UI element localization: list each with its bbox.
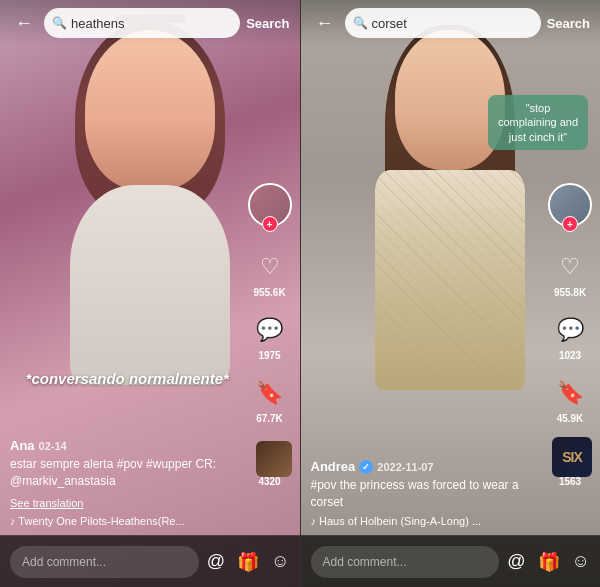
- right-username: Andrea: [311, 459, 356, 474]
- right-header: ← 🔍 corset Search: [301, 0, 601, 46]
- left-username: Ana: [10, 438, 35, 453]
- left-header: ← 🔍 heathens Search: [0, 0, 300, 46]
- right-username-row: Andrea ✓ 2022-11-07: [311, 459, 546, 474]
- left-bottom-info: Ana 02-14 estar sempre alerta #pov #wupp…: [10, 438, 245, 527]
- right-quote-bubble: "stop complaining and just cinch it": [488, 95, 588, 150]
- left-date: 02-14: [39, 440, 67, 452]
- left-music-row: ♪ Twenty One Pilots-Heathens(Re...: [10, 515, 245, 527]
- right-music-row: ♪ Haus of Holbein (Sing-A-Long) ...: [311, 515, 546, 527]
- left-bookmark-icon: 🔖: [252, 375, 288, 411]
- right-comment-input[interactable]: Add comment...: [311, 546, 500, 578]
- right-search-query: corset: [372, 16, 533, 31]
- left-comment-placeholder: Add comment...: [22, 555, 106, 569]
- left-panel: ← 🔍 heathens Search *conversando normalm…: [0, 0, 300, 587]
- left-search-button[interactable]: Search: [246, 16, 289, 31]
- left-back-button[interactable]: ←: [10, 9, 38, 37]
- right-verified-badge: ✓: [359, 460, 373, 474]
- left-emoji-icon[interactable]: ☺: [271, 551, 289, 572]
- right-comment-button[interactable]: 💬 1023: [552, 312, 588, 361]
- left-avatar-container[interactable]: +: [248, 183, 292, 227]
- right-search-bar[interactable]: 🔍 corset: [345, 8, 541, 38]
- right-like-count: 955.8K: [554, 287, 586, 298]
- right-follow-badge[interactable]: +: [562, 216, 578, 232]
- right-panel: ← 🔍 corset Search "stop complaining and …: [301, 0, 601, 587]
- left-gift-icon[interactable]: 🎁: [237, 551, 259, 573]
- left-comment-icon: 💬: [252, 312, 288, 348]
- left-bookmark-count: 67.7K: [256, 413, 283, 424]
- left-overlay: *conversando normalmente* + ♡ 955.6K 💬 1…: [0, 0, 300, 587]
- left-back-arrow-icon: ←: [15, 13, 33, 34]
- left-music-thumb[interactable]: [256, 441, 292, 477]
- right-bookmark-count: 45.9K: [557, 413, 584, 424]
- right-back-button[interactable]: ←: [311, 9, 339, 37]
- left-comment-input[interactable]: Add comment...: [10, 546, 199, 578]
- left-caption: estar sempre alerta #pov #wupper CR: @ma…: [10, 456, 245, 490]
- left-like-count: 955.6K: [253, 287, 285, 298]
- right-bottom-bar: Add comment... @ 🎁 ☺: [301, 535, 601, 587]
- left-bottom-icons: @ 🎁 ☺: [207, 551, 290, 573]
- left-bookmark-button[interactable]: 🔖 67.7K: [252, 375, 288, 424]
- left-heart-icon: ♡: [252, 249, 288, 285]
- right-comment-icon: 💬: [552, 312, 588, 348]
- right-bottom-info: Andrea ✓ 2022-11-07 #pov the princess wa…: [311, 459, 546, 527]
- right-bottom-icons: @ 🎁 ☺: [507, 551, 590, 573]
- right-comment-placeholder: Add comment...: [323, 555, 407, 569]
- right-bookmark-icon: 🔖: [552, 375, 588, 411]
- left-mention-icon[interactable]: @: [207, 551, 225, 572]
- right-date: 2022-11-07: [377, 461, 433, 473]
- right-share-count: 1563: [559, 476, 581, 487]
- right-emoji-icon[interactable]: ☺: [572, 551, 590, 572]
- left-like-button[interactable]: ♡ 955.6K: [252, 249, 288, 298]
- right-comment-count: 1023: [559, 350, 581, 361]
- left-username-row: Ana 02-14: [10, 438, 245, 453]
- right-music-text: ♪ Haus of Holbein (Sing-A-Long) ...: [311, 515, 482, 527]
- right-search-button[interactable]: Search: [547, 16, 590, 31]
- left-search-query: heathens: [71, 16, 232, 31]
- right-mention-icon[interactable]: @: [507, 551, 525, 572]
- left-see-translation[interactable]: See translation: [10, 497, 83, 509]
- left-bottom-bar: Add comment... @ 🎁 ☺: [0, 535, 300, 587]
- left-music-text: ♪ Twenty One Pilots-Heathens(Re...: [10, 515, 185, 527]
- right-overlay: "stop complaining and just cinch it" + ♡…: [301, 0, 601, 587]
- right-avatar-container[interactable]: +: [548, 183, 592, 227]
- left-follow-badge[interactable]: +: [262, 216, 278, 232]
- left-search-bar[interactable]: 🔍 heathens: [44, 8, 240, 38]
- right-back-arrow-icon: ←: [316, 13, 334, 34]
- right-heart-icon: ♡: [552, 249, 588, 285]
- left-comment-count: 1975: [258, 350, 280, 361]
- right-bookmark-button[interactable]: 🔖 45.9K: [552, 375, 588, 424]
- left-comment-button[interactable]: 💬 1975: [252, 312, 288, 361]
- right-caption: #pov the princess was forced to wear a c…: [311, 477, 546, 511]
- right-like-button[interactable]: ♡ 955.8K: [552, 249, 588, 298]
- left-share-count: 4320: [258, 476, 280, 487]
- left-music-thumb-img: [256, 441, 292, 477]
- right-six-text: SIX: [562, 449, 582, 465]
- left-center-text-container: *conversando normalmente*: [10, 370, 245, 387]
- right-six-badge: SIX: [552, 437, 592, 477]
- right-gift-icon[interactable]: 🎁: [538, 551, 560, 573]
- left-search-icon: 🔍: [52, 16, 67, 30]
- right-search-icon: 🔍: [353, 16, 368, 30]
- left-center-text: *conversando normalmente*: [10, 370, 245, 387]
